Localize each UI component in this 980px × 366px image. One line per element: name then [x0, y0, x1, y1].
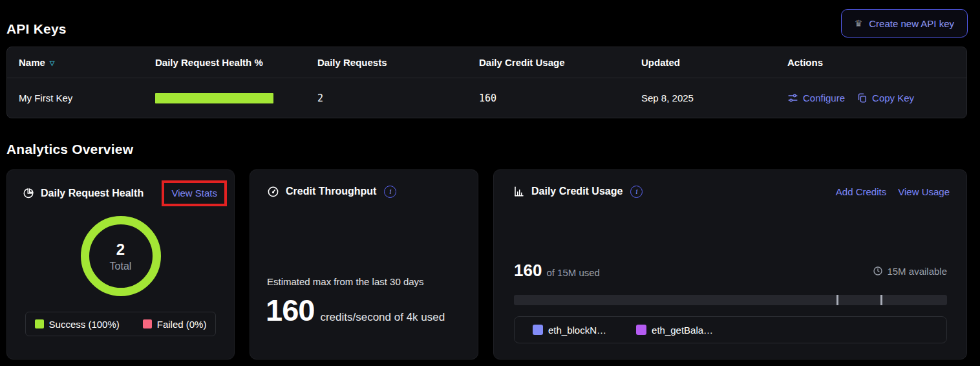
credits-used-label: of 15M used: [546, 267, 600, 278]
annotation-highlight: View Stats: [162, 180, 227, 206]
legend-item-failed: Failed (0%): [143, 319, 207, 330]
card-title-credit-throughput: Credit Throughput: [286, 186, 376, 197]
column-header-credit-usage: Daily Credit Usage: [479, 57, 641, 68]
api-key-name: My First Key: [19, 92, 155, 103]
api-keys-table: Name▽ Daily Request Health % Daily Reque…: [6, 47, 967, 118]
column-header-name[interactable]: Name▽: [19, 57, 155, 68]
sliders-icon: [787, 92, 798, 103]
card-title-daily-credit-usage: Daily Credit Usage: [531, 186, 623, 197]
donut-total-label: Total: [110, 261, 132, 272]
clock-icon: [873, 266, 883, 276]
legend-item-eth-getbalance: eth_getBala…: [636, 325, 713, 336]
analytics-overview-title: Analytics Overview: [6, 142, 133, 157]
copy-key-link[interactable]: Copy Key: [857, 92, 914, 103]
usage-legend: eth_blockN… eth_getBala…: [514, 316, 947, 343]
page-title: API Keys: [6, 21, 67, 37]
pie-chart-icon: [23, 188, 34, 199]
table-header-row: Name▽ Daily Request Health % Daily Reque…: [7, 47, 966, 78]
legend-item-eth-blocknumber: eth_blockN…: [533, 325, 606, 336]
configure-link[interactable]: Configure: [787, 92, 845, 103]
health-legend: Success (100%) Failed (0%): [25, 312, 216, 336]
view-stats-link[interactable]: View Stats: [171, 188, 217, 199]
eth-blocknumber-swatch: [533, 325, 543, 335]
info-icon[interactable]: i: [384, 186, 396, 198]
daily-credit-usage-card: Daily Credit Usage i Add Credits View Us…: [493, 169, 967, 360]
column-header-requests: Daily Requests: [317, 57, 479, 68]
request-health-donut-chart: 2 Total: [81, 216, 161, 296]
column-header-updated: Updated: [641, 57, 787, 68]
bar-chart-icon: [513, 186, 525, 197]
crown-icon: ♛: [855, 19, 863, 28]
gauge-icon: [267, 186, 279, 198]
view-usage-link[interactable]: View Usage: [898, 186, 950, 197]
throughput-value: 160: [266, 292, 314, 328]
daily-requests-value: 2: [317, 92, 479, 104]
copy-icon: [857, 92, 868, 103]
donut-total-value: 2: [116, 241, 125, 259]
usage-tick-marker: [836, 295, 838, 305]
credits-used-value: 160: [514, 261, 542, 281]
table-row: My First Key 2 160 Sep 8, 2025 Configure…: [7, 78, 966, 118]
add-credits-link[interactable]: Add Credits: [836, 186, 886, 197]
eth-getbalance-swatch: [636, 325, 646, 335]
actions-cell: Configure Copy Key: [787, 92, 966, 103]
info-icon[interactable]: i: [630, 186, 643, 198]
create-api-key-button[interactable]: ♛ Create new API key: [841, 9, 968, 38]
credits-available: 15M available: [873, 266, 947, 277]
usage-tick-marker: [880, 295, 882, 305]
health-bar-cell: [155, 93, 317, 103]
updated-value: Sep 8, 2025: [641, 92, 787, 103]
card-title-daily-request-health: Daily Request Health: [41, 188, 144, 199]
success-swatch: [35, 319, 44, 328]
throughput-unit: credits/second of 4k used: [320, 311, 445, 324]
legend-item-success: Success (100%): [35, 319, 120, 330]
credit-throughput-card: Credit Throughput i Estimated max from t…: [250, 169, 478, 360]
daily-request-health-card: Daily Request Health View Stats 2 Total …: [6, 169, 235, 360]
throughput-description: Estimated max from the last 30 days: [267, 276, 478, 287]
daily-credit-usage-value: 160: [479, 92, 641, 104]
health-percent-bar: [155, 93, 273, 103]
create-api-key-label: Create new API key: [869, 18, 954, 29]
failed-swatch: [143, 319, 152, 328]
credit-usage-progress-bar: [514, 295, 947, 305]
column-header-health: Daily Request Health %: [155, 57, 317, 68]
sort-desc-icon[interactable]: ▽: [50, 59, 55, 67]
analytics-cards: Daily Request Health View Stats 2 Total …: [6, 169, 967, 360]
column-header-actions: Actions: [787, 57, 966, 68]
